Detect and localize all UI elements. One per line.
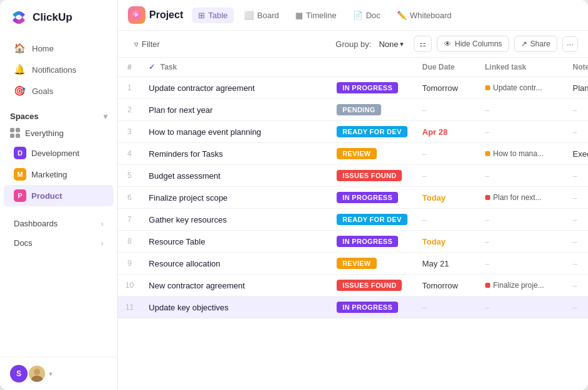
marketing-badge: M [14, 168, 26, 181]
dashboards-label: Dashboards [14, 219, 58, 228]
row-status: ISSUES FOUND [329, 275, 414, 297]
table-row[interactable]: 5Budget assessmentISSUES FOUND––– [118, 165, 588, 187]
row-num: 8 [118, 231, 141, 253]
hide-columns-button[interactable]: 👁 Hide Columns [437, 36, 508, 52]
docs-label: Docs [14, 238, 33, 248]
filter-label: Filter [142, 40, 160, 49]
row-task-name[interactable]: How to manage event planning [141, 121, 329, 143]
more-options-button[interactable]: ··· [562, 36, 578, 52]
group-by-chevron: ▾ [400, 40, 404, 48]
row-status: IN PROGRESS [329, 297, 414, 319]
sidebar-item-dashboards[interactable]: Dashboards › [4, 214, 113, 233]
row-num: 7 [118, 209, 141, 231]
toolbar: ▿ Filter Group by: None ▾ ⚏ 👁 Hide Colum… [118, 31, 588, 58]
row-due-date: May 21 [415, 253, 478, 275]
row-task-name[interactable]: Resource Table [141, 231, 329, 253]
group-by-val-text: None [379, 40, 398, 49]
row-num: 4 [118, 143, 141, 165]
table-row[interactable]: 11Update key objectivesIN PROGRESS––– [118, 297, 588, 319]
spaces-section-header[interactable]: Spaces ▾ [10, 112, 107, 121]
row-due-date: – [415, 209, 478, 231]
row-task-name[interactable]: Reminders for Tasks [141, 143, 329, 165]
row-status: IN PROGRESS [329, 77, 414, 99]
row-task-name[interactable]: Plan for next year [141, 99, 329, 121]
row-due-date: – [415, 99, 478, 121]
row-task-name[interactable]: Budget assessment [141, 165, 329, 187]
row-task-name[interactable]: Gather key resources [141, 209, 329, 231]
avatar-user [29, 366, 45, 382]
development-badge: D [14, 147, 26, 159]
bell-icon: 🔔 [14, 64, 26, 75]
tab-table[interactable]: ⊞ Table [192, 8, 234, 23]
sidebar-item-notifications[interactable]: 🔔 Notifications [4, 59, 113, 80]
row-task-name[interactable]: Update contractor agreement [141, 77, 329, 99]
table-row[interactable]: 6Finalize project scopeIN PROGRESSTodayP… [118, 187, 588, 209]
tab-timeline[interactable]: ▦ Timeline [289, 8, 343, 23]
row-note: – [565, 209, 588, 231]
table-row[interactable]: 1Update contractor agreementIN PROGRESST… [118, 77, 588, 99]
share-button[interactable]: ↗ Share [514, 36, 557, 52]
row-task-name[interactable]: New contractor agreement [141, 275, 329, 297]
row-linked-task: – [478, 231, 565, 253]
svg-text:P: P [135, 13, 139, 18]
row-due-date: – [415, 165, 478, 187]
row-linked-task: – [478, 99, 565, 121]
goals-icon: 🎯 [14, 85, 26, 97]
toolbar-right: Group by: None ▾ ⚏ 👁 Hide Columns ↗ Shar… [335, 36, 578, 52]
row-note: – [565, 275, 588, 297]
row-task-name[interactable]: Update key objectives [141, 297, 329, 319]
row-due-date: Tomorrow [415, 77, 478, 99]
tab-whiteboard[interactable]: ✏️ Whiteboard [391, 8, 458, 23]
sidebar-nav-goals-label: Goals [32, 87, 53, 96]
table-row[interactable]: 10New contractor agreementISSUES FOUNDTo… [118, 275, 588, 297]
row-note: Planning [565, 77, 588, 99]
table-row[interactable]: 3How to manage event planningREADY FOR D… [118, 121, 588, 143]
sidebar-item-everything[interactable]: Everything [0, 124, 117, 142]
row-linked-task: How to mana... [478, 143, 565, 165]
row-note: – [565, 253, 588, 275]
tab-doc[interactable]: 📄 Doc [347, 8, 387, 23]
table-row[interactable]: 2Plan for next yearPENDING––– [118, 99, 588, 121]
project-icon: P [128, 6, 145, 24]
sidebar-nav: 🏠 Home 🔔 Notifications 🎯 Goals [0, 35, 117, 104]
sidebar-item-home[interactable]: 🏠 Home [4, 38, 113, 59]
row-status: READY FOR DEV [329, 121, 414, 143]
row-note: – [565, 231, 588, 253]
group-by-value[interactable]: None ▾ [374, 37, 409, 51]
sidebar-item-goals[interactable]: 🎯 Goals [4, 80, 113, 102]
row-task-name[interactable]: Finalize project scope [141, 187, 329, 209]
avatar-s: S [10, 365, 28, 382]
sidebar-item-marketing[interactable]: M Marketing [4, 164, 113, 185]
docs-chevron: › [101, 239, 103, 248]
main-content: P Project ⊞ Table ⬜ Board ▦ Timeline 📄 D… [118, 0, 588, 390]
logo-text: ClickUp [33, 11, 72, 24]
row-num: 9 [118, 253, 141, 275]
table-row[interactable]: 8Resource TableIN PROGRESSToday–– [118, 231, 588, 253]
table-row[interactable]: 7Gather key resourcesREADY FOR DEV––– [118, 209, 588, 231]
row-status: IN PROGRESS [329, 231, 414, 253]
sidebar-item-product[interactable]: P Product [4, 185, 113, 206]
column-settings-icon: ⚏ [419, 40, 426, 48]
row-linked-task: Update contr... [478, 77, 565, 99]
project-title: Project [149, 9, 183, 21]
row-task-name[interactable]: Resource allocation [141, 253, 329, 275]
tab-board[interactable]: ⬜ Board [238, 8, 285, 23]
hide-columns-icon: 👁 [444, 40, 451, 48]
svg-point-1 [31, 376, 43, 382]
product-label: Product [31, 191, 62, 201]
sidebar-item-docs[interactable]: Docs › [4, 233, 113, 253]
row-linked-task: – [478, 297, 565, 319]
group-by: Group by: None ▾ [335, 37, 409, 51]
sidebar-item-development[interactable]: D Development [4, 142, 113, 164]
footer-chevron: ▾ [49, 370, 53, 378]
table-row[interactable]: 9Resource allocationREVIEWMay 21–– [118, 253, 588, 275]
filter-button[interactable]: ▿ Filter [128, 36, 166, 52]
hide-columns-label: Hide Columns [454, 40, 501, 48]
col-task: ✓ Task [141, 58, 329, 77]
tab-whiteboard-label: Whiteboard [410, 11, 451, 20]
tab-timeline-label: Timeline [306, 11, 337, 20]
table-row[interactable]: 4Reminders for TasksREVIEW–How to mana..… [118, 143, 588, 165]
col-num: # [118, 58, 141, 77]
column-settings-button[interactable]: ⚏ [414, 36, 432, 52]
sidebar-footer: S ▾ [0, 357, 117, 390]
